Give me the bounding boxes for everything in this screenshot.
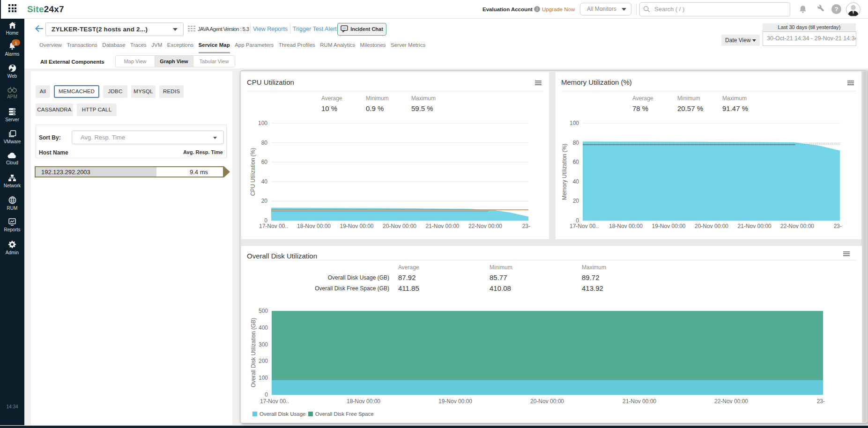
svg-text:17-Nov 00..: 17-Nov 00.. — [259, 223, 288, 229]
svg-text:18-Nov 00:00: 18-Nov 00:00 — [347, 398, 380, 405]
svg-text:17-Nov 00..: 17-Nov 00.. — [260, 398, 289, 405]
svg-text:23-: 23- — [817, 398, 825, 405]
svg-text:300: 300 — [259, 341, 268, 348]
svg-text:500: 500 — [259, 308, 268, 314]
svg-text:19-Nov 00:00: 19-Nov 00:00 — [438, 398, 472, 405]
svg-text:20: 20 — [261, 198, 268, 204]
svg-text:40: 40 — [573, 178, 579, 185]
svg-text:21-Nov 00:00: 21-Nov 00:00 — [425, 223, 459, 229]
svg-text:60: 60 — [261, 159, 268, 165]
svg-text:18-Nov 00:00: 18-Nov 00:00 — [609, 223, 643, 229]
svg-text:19-Nov 00:00: 19-Nov 00:00 — [652, 223, 685, 229]
svg-text:40: 40 — [261, 178, 268, 185]
svg-text:60: 60 — [573, 159, 579, 165]
svg-text:0: 0 — [265, 391, 268, 398]
svg-text:Overall Disk Usage: Overall Disk Usage — [260, 411, 305, 417]
svg-text:80: 80 — [573, 140, 579, 146]
svg-text:Overall Disk Free Space: Overall Disk Free Space — [315, 411, 374, 417]
svg-text:21-Nov 00:00: 21-Nov 00:00 — [737, 223, 771, 229]
svg-text:20-Nov 00:00: 20-Nov 00:00 — [530, 398, 564, 405]
svg-text:23-: 23- — [834, 223, 842, 229]
svg-text:18-Nov 00:00: 18-Nov 00:00 — [297, 223, 331, 229]
svg-text:100: 100 — [570, 120, 579, 126]
svg-text:19-Nov 00:00: 19-Nov 00:00 — [340, 223, 373, 229]
svg-text:Overall Disk Utilization (GB): Overall Disk Utilization (GB) — [250, 318, 257, 388]
svg-text:Memory Utilization (%): Memory Utilization (%) — [561, 144, 568, 200]
svg-text:21-Nov 00:00: 21-Nov 00:00 — [623, 398, 656, 405]
svg-text:200: 200 — [259, 358, 268, 364]
svg-text:400: 400 — [259, 325, 268, 331]
svg-text:100: 100 — [258, 120, 267, 126]
svg-text:22-Nov 00:00: 22-Nov 00:00 — [714, 398, 748, 405]
svg-text:CPU Utilization (%): CPU Utilization (%) — [250, 148, 256, 196]
svg-text:100: 100 — [259, 375, 268, 381]
svg-text:23-: 23- — [522, 223, 530, 229]
svg-text:20: 20 — [573, 198, 579, 204]
svg-text:22-Nov 00:00: 22-Nov 00:00 — [780, 223, 814, 229]
svg-text:80: 80 — [261, 140, 268, 146]
svg-text:22-Nov 00:00: 22-Nov 00:00 — [468, 223, 502, 229]
svg-text:20-Nov 00:00: 20-Nov 00:00 — [383, 223, 416, 229]
svg-text:20-Nov 00:00: 20-Nov 00:00 — [695, 223, 728, 229]
svg-text:17-Nov 00..: 17-Nov 00.. — [570, 223, 599, 229]
